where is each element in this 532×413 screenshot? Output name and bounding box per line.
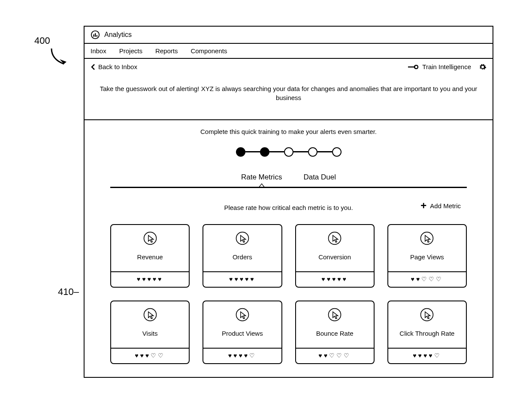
- figure-arrow-icon: [49, 46, 71, 68]
- metric-card-top: Revenue: [111, 225, 189, 271]
- metric-name: Click Through Rate: [392, 330, 462, 337]
- metric-card-top: Product Views: [203, 301, 281, 348]
- banner-text: Take the guesswork out of alerting! XYZ …: [91, 84, 487, 102]
- metric-rating[interactable]: ♥♥♥♥♥: [296, 271, 374, 287]
- metric-name: Revenue: [115, 253, 185, 261]
- progress-step-3: [284, 147, 293, 157]
- metric-cursor-icon: [143, 307, 157, 322]
- metric-cursor-icon: [327, 231, 342, 246]
- metric-name: Product Views: [207, 330, 278, 337]
- svg-point-8: [236, 232, 248, 244]
- app-window: Analytics Inbox Projects Reports Compone…: [84, 26, 493, 378]
- metric-cursor-icon: [235, 231, 250, 246]
- metric-cursor-icon: [420, 307, 434, 322]
- rate-prompt: Please rate how critical each metric is …: [224, 204, 353, 211]
- svg-rect-2: [95, 33, 96, 36]
- metric-cursor-icon: [143, 231, 157, 246]
- metric-cursor-icon: [420, 231, 434, 246]
- train-intelligence-button[interactable]: Train Intelligence: [408, 63, 471, 70]
- metric-card[interactable]: Bounce Rate♥♥♡♡♡: [295, 301, 375, 364]
- metric-cursor-icon: [235, 307, 250, 322]
- svg-point-9: [329, 232, 341, 244]
- metric-card[interactable]: Page Views♥♥♡♡♡: [387, 224, 467, 288]
- metric-name: Visits: [115, 330, 185, 337]
- progress-segment: [245, 151, 260, 152]
- plus-icon: +: [420, 203, 426, 209]
- app-header: Analytics: [85, 27, 493, 44]
- progress-step-1: [236, 147, 245, 157]
- svg-point-11: [144, 308, 156, 321]
- nav-item-inbox[interactable]: Inbox: [91, 47, 106, 55]
- add-metric-button[interactable]: + Add Metric: [420, 202, 461, 210]
- add-metric-label: Add Metric: [430, 202, 461, 210]
- progress-segment: [269, 151, 284, 152]
- metric-rating[interactable]: ♥♥♥♥♡: [203, 348, 281, 363]
- tab-data-duel[interactable]: Data Duel: [303, 173, 336, 182]
- progress-segment: [317, 151, 332, 152]
- metric-rating[interactable]: ♥♥♥♥♥: [203, 271, 281, 287]
- nav-item-projects[interactable]: Projects: [119, 47, 142, 55]
- metric-rating[interactable]: ♥♥♡♡♡: [388, 271, 466, 287]
- toggle-icon: [408, 65, 419, 69]
- gear-icon[interactable]: [479, 63, 487, 71]
- svg-point-13: [329, 308, 341, 321]
- nav-item-reports[interactable]: Reports: [155, 47, 178, 55]
- tab-underline: [110, 184, 467, 189]
- metric-grid: Revenue♥♥♥♥♥Orders♥♥♥♥♥Conversion♥♥♥♥♥Pa…: [110, 224, 467, 364]
- main-content: Complete this quick training to make you…: [85, 120, 493, 377]
- metric-cursor-icon: [327, 307, 342, 322]
- svg-rect-3: [97, 35, 97, 37]
- metric-card[interactable]: Click Through Rate♥♥♥♥♡: [387, 301, 467, 364]
- main-nav: Inbox Projects Reports Components: [85, 44, 493, 59]
- metric-rating[interactable]: ♥♥♡♡♡: [296, 348, 374, 363]
- metric-rating[interactable]: ♥♥♥♥♡: [388, 348, 466, 363]
- metric-card[interactable]: Orders♥♥♥♥♥: [203, 224, 282, 288]
- section-header: Please rate how critical each metric is …: [85, 204, 493, 211]
- chevron-left-icon: [91, 64, 96, 70]
- metric-name: Orders: [207, 253, 278, 261]
- metric-card-top: Visits: [111, 301, 189, 348]
- progress-stepper: [85, 147, 493, 157]
- metric-card[interactable]: Visits♥♥♥♡♡: [110, 301, 190, 364]
- metric-card-top: Conversion: [296, 225, 374, 271]
- metric-card-top: Orders: [203, 225, 281, 271]
- app-logo-icon: [91, 30, 100, 39]
- svg-point-14: [421, 308, 433, 321]
- metric-card-top: Bounce Rate: [296, 301, 374, 348]
- tabs: Rate Metrics Data Duel: [85, 173, 493, 182]
- train-intelligence-label: Train Intelligence: [422, 63, 471, 70]
- metric-name: Page Views: [392, 253, 462, 261]
- metric-card[interactable]: Revenue♥♥♥♥♥: [110, 224, 190, 288]
- svg-rect-1: [93, 34, 94, 37]
- figure-callout-400: 400: [34, 35, 50, 46]
- metric-card[interactable]: Product Views♥♥♥♥♡: [203, 301, 282, 364]
- metric-card[interactable]: Conversion♥♥♥♥♥: [295, 224, 375, 288]
- tab-rate-metrics[interactable]: Rate Metrics: [241, 173, 282, 182]
- svg-point-7: [144, 232, 156, 244]
- back-button[interactable]: Back to Inbox: [91, 63, 137, 70]
- figure-callout-410: 410–: [58, 286, 79, 298]
- svg-point-10: [421, 232, 433, 244]
- svg-point-5: [414, 65, 418, 69]
- metric-card-top: Page Views: [388, 225, 466, 271]
- subnav: Back to Inbox Train Intelligence Take th…: [85, 59, 493, 120]
- training-message: Complete this quick training to make you…: [85, 128, 493, 135]
- metric-name: Bounce Rate: [299, 330, 370, 337]
- back-label: Back to Inbox: [98, 63, 137, 70]
- progress-step-5: [332, 147, 342, 157]
- progress-segment: [293, 151, 308, 152]
- metric-card-top: Click Through Rate: [388, 301, 466, 348]
- svg-point-12: [236, 308, 248, 321]
- app-name: Analytics: [104, 31, 132, 39]
- nav-item-components[interactable]: Components: [190, 47, 227, 55]
- metric-rating[interactable]: ♥♥♥♡♡: [111, 348, 189, 363]
- svg-point-6: [482, 66, 484, 68]
- metric-name: Conversion: [299, 253, 370, 261]
- progress-step-4: [308, 147, 317, 157]
- metric-rating[interactable]: ♥♥♥♥♥: [111, 271, 189, 287]
- progress-step-2: [260, 147, 269, 157]
